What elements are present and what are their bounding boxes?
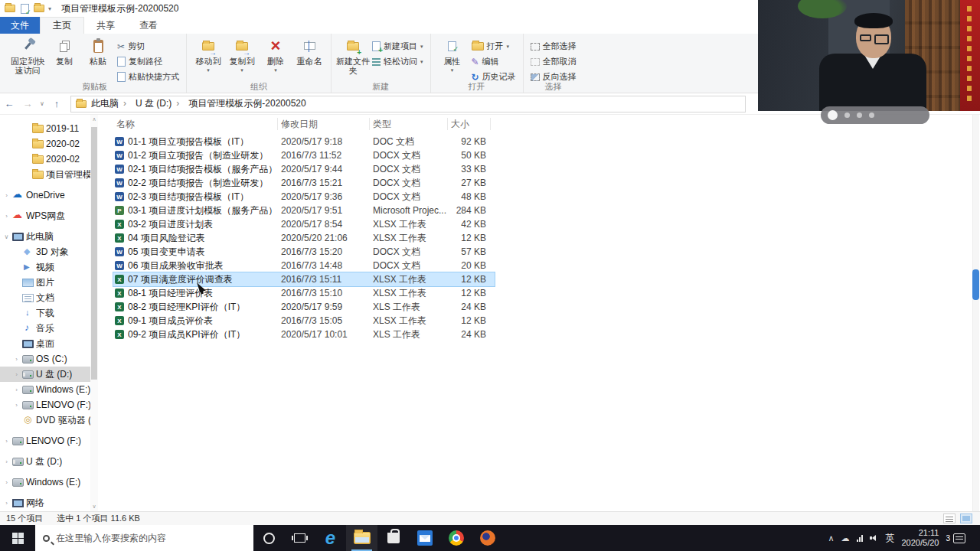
- 08-2 项目经理KPI评价（IT）[interactable]: X08-2 项目经理KPI评价（IT） 2020/5/17 9:59 XLS 工…: [113, 300, 495, 314]
- hidden-icons-chevron[interactable]: ∧: [828, 533, 834, 543]
- column-header-name[interactable]: 名称: [113, 118, 278, 130]
- chrome-icon[interactable]: [440, 525, 472, 551]
- scroll-up-arrow[interactable]: ∧: [90, 116, 98, 122]
- tree-item[interactable]: 3D 对象: [0, 244, 90, 259]
- tree-item[interactable]: 音乐: [0, 321, 90, 336]
- tree-item[interactable]: › OneDrive: [0, 187, 90, 203]
- cut-button[interactable]: 剪切: [115, 39, 181, 54]
- control-dot-icon[interactable]: [857, 112, 862, 118]
- volume-icon[interactable]: [870, 533, 879, 543]
- control-dot-icon[interactable]: [869, 112, 874, 118]
- expand-caret[interactable]: ›: [3, 213, 10, 220]
- control-dot-icon[interactable]: [844, 112, 850, 118]
- firefox-icon[interactable]: [472, 525, 503, 551]
- move-to-button[interactable]: → 移动到▾: [191, 36, 225, 76]
- expand-caret[interactable]: ›: [3, 500, 10, 507]
- 04 项目风险登记表[interactable]: X04 项目风险登记表 2020/5/20 21:06 XLSX 工作表 12 …: [113, 231, 495, 245]
- easy-access-button[interactable]: 轻松访问▾: [370, 54, 426, 69]
- new-item-button[interactable]: 新建项目▾: [370, 39, 426, 54]
- 09-2 项目成员KPI评价（IT）[interactable]: X09-2 项目成员KPI评价（IT） 2020/5/17 10:01 XLS …: [113, 328, 495, 341]
- tree-item[interactable]: › Windows (E:): [0, 474, 90, 490]
- tab-view[interactable]: 查看: [127, 17, 170, 34]
- tree-item[interactable]: 2020-02: [0, 152, 90, 167]
- tree-item[interactable]: 项目管理模板示例: [0, 167, 90, 182]
- tree-item[interactable]: › LENOVO (F:): [0, 397, 90, 412]
- breadcrumb-this-pc[interactable]: 此电脑: [91, 97, 131, 110]
- thumbnail-view-toggle[interactable]: [960, 514, 972, 523]
- expand-caret[interactable]: ›: [13, 402, 20, 409]
- meeting-control-bar[interactable]: [821, 106, 929, 124]
- store-icon[interactable]: [377, 525, 409, 551]
- file-list-scrollbar-thumb[interactable]: [972, 269, 979, 300]
- sidebar-scrollbar-thumb[interactable]: [91, 127, 97, 380]
- expand-caret[interactable]: ›: [3, 479, 10, 486]
- pin-to-quick-access-button[interactable]: 固定到快速访问: [8, 36, 47, 76]
- tab-home[interactable]: 主页: [40, 17, 84, 34]
- 09-1 项目成员评价表[interactable]: X09-1 项目成员评价表 2016/7/3 15:05 XLSX 工作表 12…: [113, 314, 495, 328]
- onedrive-tray-icon[interactable]: ☁: [841, 533, 850, 543]
- copy-to-button[interactable]: → 复制到▾: [225, 36, 259, 76]
- customize-quick-access-caret[interactable]: ▾: [48, 5, 51, 12]
- tree-item[interactable]: › WPS网盘: [0, 208, 90, 223]
- tree-item[interactable]: › 网络: [0, 495, 90, 510]
- camera-control-icon[interactable]: [828, 110, 838, 120]
- tree-item[interactable]: 桌面: [0, 336, 90, 351]
- expand-caret[interactable]: ›: [13, 356, 20, 363]
- 03-1 项目进度计划模板（服务产品）[interactable]: P03-1 项目进度计划模板（服务产品） 2020/5/17 9:51 Micr…: [113, 204, 495, 217]
- tree-item[interactable]: ∨ 此电脑: [0, 229, 90, 244]
- file-explorer-icon[interactable]: [346, 525, 377, 551]
- 05 项目变更申请表[interactable]: W05 项目变更申请表 2016/7/3 15:20 DOCX 文档 57 KB: [113, 245, 495, 259]
- rename-button[interactable]: 重命名: [292, 36, 326, 67]
- tree-item[interactable]: 视频: [0, 259, 90, 275]
- expand-caret[interactable]: ›: [3, 192, 10, 199]
- 02-1 项目结项报告模板（服务产品）[interactable]: W02-1 项目结项报告模板（服务产品） 2020/5/17 9:44 DOCX…: [113, 162, 495, 176]
- edit-button[interactable]: 编辑: [469, 54, 518, 69]
- tree-item[interactable]: 文档: [0, 290, 90, 305]
- tab-share[interactable]: 共享: [84, 17, 127, 34]
- expand-caret[interactable]: ›: [3, 458, 10, 465]
- quick-access-properties-icon[interactable]: [19, 4, 30, 13]
- select-all-button[interactable]: 全部选择: [528, 39, 579, 54]
- tree-item[interactable]: › OS (C:): [0, 351, 90, 367]
- address-bar[interactable]: 此电脑 U 盘 (D:) 项目管理模板示例-20200520: [70, 96, 746, 112]
- task-view-button[interactable]: [284, 525, 315, 551]
- tree-item[interactable]: 2019-11: [0, 121, 90, 136]
- tree-item[interactable]: DVD 驱动器 (G:): [0, 412, 90, 428]
- file-list-scrollbar[interactable]: [972, 115, 979, 511]
- new-folder-button[interactable]: + 新建文件夹: [336, 36, 370, 76]
- 03-2 项目进度计划表[interactable]: X03-2 项目进度计划表 2020/5/17 8:54 XLSX 工作表 42…: [113, 217, 495, 231]
- select-none-button[interactable]: 全部取消: [528, 54, 579, 69]
- tree-item[interactable]: › U 盘 (D:): [0, 367, 90, 382]
- delete-button[interactable]: 删除▾: [259, 36, 292, 76]
- expand-caret[interactable]: ›: [13, 386, 20, 393]
- expand-caret[interactable]: ›: [3, 438, 10, 445]
- input-language-indicator[interactable]: 英: [886, 532, 895, 545]
- properties-button[interactable]: 属性▾: [436, 36, 469, 76]
- tree-item[interactable]: 2020-02: [0, 136, 90, 152]
- action-center-icon[interactable]: [953, 533, 965, 543]
- 02-2 项目结项报告（制造业研发）[interactable]: W02-2 项目结项报告（制造业研发） 2016/7/3 15:21 DOCX …: [113, 176, 495, 190]
- expand-caret[interactable]: ∨: [3, 233, 10, 240]
- tree-item[interactable]: › U 盘 (D:): [0, 454, 90, 469]
- breadcrumb-current-folder[interactable]: 项目管理模板示例-20200520: [188, 97, 305, 110]
- column-header-date[interactable]: 修改日期: [278, 118, 370, 130]
- tab-file[interactable]: 文件: [0, 17, 40, 34]
- expand-caret[interactable]: ›: [13, 371, 20, 378]
- 06 项目成果验收审批表[interactable]: W06 项目成果验收审批表 2016/7/3 14:48 DOCX 文档 20 …: [113, 259, 495, 272]
- column-header-type[interactable]: 类型: [370, 118, 448, 130]
- taskbar-clock[interactable]: 21:11 2020/5/20: [902, 528, 939, 548]
- start-button[interactable]: [0, 525, 35, 551]
- breadcrumb-drive[interactable]: U 盘 (D:): [136, 97, 184, 110]
- tree-item[interactable]: 图片: [0, 275, 90, 290]
- open-button[interactable]: 打开▾: [469, 39, 518, 54]
- tree-item[interactable]: › LENOVO (F:): [0, 433, 90, 448]
- 02-3 项目结项报告模板（IT）[interactable]: W02-3 项目结项报告模板（IT） 2020/5/17 9:36 DOCX 文…: [113, 190, 495, 204]
- scroll-down-arrow[interactable]: ∨: [90, 504, 98, 510]
- network-icon[interactable]: [857, 535, 863, 542]
- back-button[interactable]: ←: [0, 98, 18, 109]
- paste-button[interactable]: 粘贴: [81, 36, 115, 67]
- forward-button[interactable]: →: [18, 98, 37, 109]
- mail-icon[interactable]: [409, 525, 440, 551]
- tree-item[interactable]: › Windows (E:): [0, 382, 90, 397]
- 08-1 项目经理评价表[interactable]: X08-1 项目经理评价表 2016/7/3 15:10 XLSX 工作表 12…: [113, 286, 495, 300]
